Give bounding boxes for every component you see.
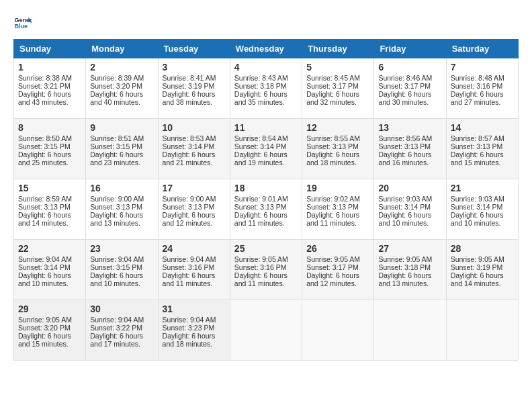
- day-number: 3: [163, 62, 226, 73]
- sunset-label: Sunset: 3:15 PM: [18, 142, 71, 150]
- sunrise-label: Sunrise: 9:04 AM: [163, 316, 216, 324]
- sunset-label: Sunset: 3:16 PM: [163, 263, 215, 271]
- day-number: 6: [378, 62, 441, 73]
- sunset-label: Sunset: 3:13 PM: [306, 203, 359, 211]
- calendar-cell: 27 Sunrise: 9:05 AM Sunset: 3:18 PM Dayl…: [374, 240, 446, 300]
- sunset-label: Sunset: 3:16 PM: [234, 263, 287, 271]
- daylight-label: Daylight: 6 hours and 11 minutes.: [234, 211, 287, 227]
- daylight-label: Daylight: 6 hours and 11 minutes.: [306, 211, 359, 227]
- sunrise-label: Sunrise: 8:48 AM: [451, 74, 504, 82]
- sunrise-label: Sunrise: 9:05 AM: [451, 255, 504, 263]
- daylight-label: Daylight: 6 hours and 15 minutes.: [18, 332, 71, 348]
- sunrise-label: Sunrise: 9:05 AM: [18, 316, 72, 324]
- day-number: 8: [18, 122, 81, 133]
- day-number: 5: [306, 62, 369, 73]
- calendar-cell: 30 Sunrise: 9:04 AM Sunset: 3:22 PM Dayl…: [86, 300, 158, 361]
- daylight-label: Daylight: 6 hours and 14 minutes.: [451, 271, 504, 287]
- calendar-cell: 31 Sunrise: 9:04 AM Sunset: 3:23 PM Dayl…: [158, 300, 230, 361]
- daylight-label: Daylight: 6 hours and 14 minutes.: [18, 211, 71, 227]
- sunset-label: Sunset: 3:19 PM: [163, 82, 215, 90]
- weekday-header: Monday: [86, 40, 158, 58]
- sunrise-label: Sunrise: 9:04 AM: [163, 255, 216, 263]
- daylight-label: Daylight: 6 hours and 12 minutes.: [306, 271, 359, 287]
- sunset-label: Sunset: 3:14 PM: [163, 142, 215, 150]
- day-number: 17: [163, 183, 226, 193]
- sunrise-label: Sunrise: 8:43 AM: [234, 74, 288, 82]
- day-number: 30: [90, 304, 153, 314]
- sunrise-label: Sunrise: 8:57 AM: [451, 134, 504, 142]
- weekday-header: Wednesday: [230, 40, 302, 58]
- calendar-week-row: 8 Sunrise: 8:50 AM Sunset: 3:15 PM Dayli…: [14, 119, 519, 179]
- sunrise-label: Sunrise: 9:04 AM: [90, 316, 144, 324]
- sunrise-label: Sunrise: 9:05 AM: [234, 255, 288, 263]
- day-number: 9: [90, 122, 153, 133]
- sunrise-label: Sunrise: 8:59 AM: [18, 195, 72, 203]
- page-header: General Blue: [13, 13, 519, 32]
- sunrise-label: Sunrise: 8:56 AM: [378, 134, 432, 142]
- daylight-label: Daylight: 6 hours and 10 minutes.: [451, 211, 504, 227]
- sunset-label: Sunset: 3:17 PM: [306, 263, 359, 271]
- daylight-label: Daylight: 6 hours and 13 minutes.: [378, 271, 431, 287]
- sunset-label: Sunset: 3:13 PM: [451, 142, 503, 150]
- calendar-cell: 12 Sunrise: 8:55 AM Sunset: 3:13 PM Dayl…: [302, 119, 374, 179]
- day-number: 20: [378, 183, 441, 193]
- sunrise-label: Sunrise: 8:38 AM: [18, 74, 72, 82]
- sunset-label: Sunset: 3:13 PM: [163, 203, 215, 211]
- sunset-label: Sunset: 3:13 PM: [378, 142, 431, 150]
- calendar-cell: 3 Sunrise: 8:41 AM Sunset: 3:19 PM Dayli…: [158, 58, 230, 119]
- calendar-week-row: 29 Sunrise: 9:05 AM Sunset: 3:20 PM Dayl…: [14, 300, 519, 361]
- sunrise-label: Sunrise: 8:53 AM: [163, 134, 216, 142]
- day-number: 31: [163, 304, 226, 314]
- sunset-label: Sunset: 3:17 PM: [378, 82, 431, 90]
- sunset-label: Sunset: 3:16 PM: [451, 82, 503, 90]
- sunrise-label: Sunrise: 9:04 AM: [18, 255, 72, 263]
- daylight-label: Daylight: 6 hours and 15 minutes.: [451, 150, 504, 167]
- day-number: 26: [306, 243, 369, 254]
- daylight-label: Daylight: 6 hours and 18 minutes.: [306, 150, 359, 167]
- daylight-label: Daylight: 6 hours and 23 minutes.: [90, 150, 143, 167]
- svg-text:Blue: Blue: [14, 23, 28, 30]
- day-number: 4: [234, 62, 298, 73]
- day-number: 19: [306, 183, 369, 193]
- sunset-label: Sunset: 3:15 PM: [90, 263, 142, 271]
- day-number: 25: [234, 243, 298, 254]
- day-number: 10: [163, 122, 226, 133]
- day-number: 14: [451, 122, 514, 133]
- sunset-label: Sunset: 3:23 PM: [163, 324, 215, 332]
- weekday-header: Tuesday: [158, 40, 230, 58]
- day-number: 21: [451, 183, 514, 193]
- weekday-header: Saturday: [446, 40, 518, 58]
- sunset-label: Sunset: 3:13 PM: [18, 203, 71, 211]
- daylight-label: Daylight: 6 hours and 19 minutes.: [234, 150, 287, 167]
- calendar-cell: 28 Sunrise: 9:05 AM Sunset: 3:19 PM Dayl…: [446, 240, 518, 300]
- daylight-label: Daylight: 6 hours and 11 minutes.: [163, 271, 216, 287]
- calendar-cell: 16 Sunrise: 9:00 AM Sunset: 3:13 PM Dayl…: [86, 179, 158, 240]
- sunset-label: Sunset: 3:13 PM: [234, 203, 287, 211]
- sunset-label: Sunset: 3:14 PM: [378, 203, 431, 211]
- sunrise-label: Sunrise: 8:46 AM: [378, 74, 432, 82]
- sunrise-label: Sunrise: 9:03 AM: [378, 195, 432, 203]
- sunset-label: Sunset: 3:21 PM: [18, 82, 71, 90]
- day-number: 1: [18, 62, 81, 73]
- calendar-cell: 8 Sunrise: 8:50 AM Sunset: 3:15 PM Dayli…: [14, 119, 86, 179]
- calendar-cell: 15 Sunrise: 8:59 AM Sunset: 3:13 PM Dayl…: [14, 179, 86, 240]
- daylight-label: Daylight: 6 hours and 43 minutes.: [18, 90, 71, 106]
- calendar-cell: 18 Sunrise: 9:01 AM Sunset: 3:13 PM Dayl…: [230, 179, 302, 240]
- sunset-label: Sunset: 3:18 PM: [234, 82, 287, 90]
- daylight-label: Daylight: 6 hours and 25 minutes.: [18, 150, 71, 167]
- daylight-label: Daylight: 6 hours and 13 minutes.: [90, 211, 143, 227]
- calendar-cell: 21 Sunrise: 9:03 AM Sunset: 3:14 PM Dayl…: [446, 179, 518, 240]
- sunrise-label: Sunrise: 9:01 AM: [234, 195, 288, 203]
- calendar-cell: 17 Sunrise: 9:00 AM Sunset: 3:13 PM Dayl…: [158, 179, 230, 240]
- sunrise-label: Sunrise: 8:55 AM: [306, 134, 360, 142]
- sunrise-label: Sunrise: 9:02 AM: [306, 195, 360, 203]
- calendar-week-row: 15 Sunrise: 8:59 AM Sunset: 3:13 PM Dayl…: [14, 179, 519, 240]
- day-number: 24: [163, 243, 226, 254]
- daylight-label: Daylight: 6 hours and 10 minutes.: [378, 211, 431, 227]
- calendar-cell: 9 Sunrise: 8:51 AM Sunset: 3:15 PM Dayli…: [86, 119, 158, 179]
- day-number: 11: [234, 122, 298, 133]
- sunrise-label: Sunrise: 9:04 AM: [90, 255, 144, 263]
- sunset-label: Sunset: 3:19 PM: [451, 263, 503, 271]
- daylight-label: Daylight: 6 hours and 38 minutes.: [163, 90, 216, 106]
- day-number: 27: [378, 243, 441, 254]
